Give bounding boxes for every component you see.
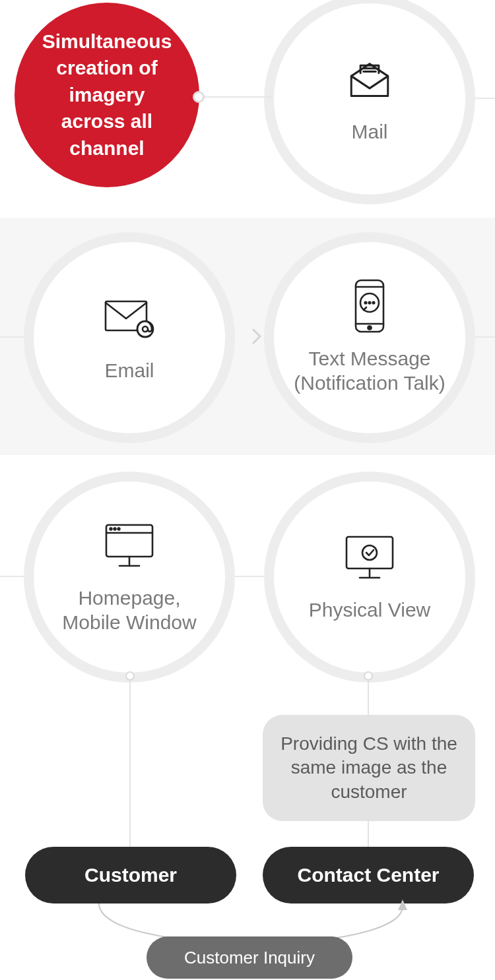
connector-line [368,675,369,715]
node-email: Email [34,242,225,433]
node-mail: Mail [274,3,465,195]
pill-customer: Customer [25,847,236,903]
svg-marker-24 [398,900,407,910]
phone-chat-icon [352,280,387,332]
svg-point-21 [362,545,377,560]
node-label: Mail [351,119,387,144]
svg-point-8 [368,326,372,329]
svg-point-15 [110,528,112,530]
pill-label: Contact Center [297,864,439,886]
node-physical-view: Physical View [274,481,465,673]
svg-rect-20 [346,537,393,568]
mail-open-icon [345,53,394,105]
svg-point-10 [365,301,367,303]
node-label: Text Message (Notification Talk) [290,346,449,396]
monitor-check-icon [341,532,398,583]
callout-text: Providing CS with the same image as the … [280,733,457,802]
pill-label: Customer Inquiry [184,948,315,968]
connector-line [129,675,131,847]
node-label: Homepage, Mobile Window [50,586,209,635]
connector-dot [364,671,373,681]
svg-rect-13 [106,525,152,557]
callout-box: Providing CS with the same image as the … [263,715,475,821]
node-label: Email [104,358,154,383]
svg-point-17 [118,528,120,530]
svg-point-16 [114,528,116,530]
svg-point-12 [373,301,375,303]
monitor-window-icon [101,520,158,571]
connector-line [199,96,272,98]
hero-text: Simultaneous creation of imagery across … [34,28,180,162]
pill-customer-inquiry: Customer Inquiry [147,936,352,979]
connector-dot [125,671,135,681]
email-at-icon [102,292,157,344]
svg-point-11 [369,301,371,303]
node-label: Physical View [309,597,431,623]
node-sms: Text Message (Notification Talk) [274,242,465,433]
pill-contact-center: Contact Center [263,847,474,903]
node-homepage: Homepage, Mobile Window [34,481,225,673]
connector-dot [193,91,205,103]
chevron-right-icon [248,327,264,343]
hero-circle: Simultaneous creation of imagery across … [15,3,199,187]
pill-label: Customer [84,864,177,886]
